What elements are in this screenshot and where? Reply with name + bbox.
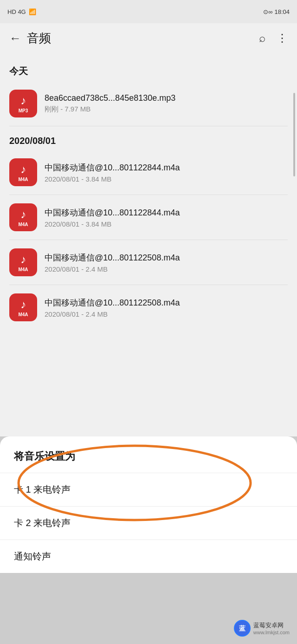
dialog-container: 将音乐设置为 卡 1 来电铃声 卡 2 来电铃声 通知铃声 — [0, 436, 297, 573]
file-format-label: M4A — [18, 222, 28, 227]
file-type-icon-m4a: M4A — [9, 248, 37, 276]
nav-left: ← 音频 — [9, 30, 51, 46]
file-meta: 刚刚 - 7.97 MB — [45, 105, 288, 114]
item-divider — [9, 195, 288, 195]
back-button[interactable]: ← — [9, 31, 21, 46]
section-header-today: 今天 — [9, 58, 288, 83]
file-info: 中国移动通信@10...801122844.m4a 2020/08/01 - 3… — [45, 162, 288, 183]
file-type-icon-m4a: M4A — [9, 293, 37, 321]
music-icon — [20, 94, 26, 107]
section-header-date: 2020/08/01 — [9, 128, 288, 152]
nav-right: ⌕ ⋮ — [259, 32, 288, 45]
status-battery-icon: ⊙∞ — [263, 8, 272, 15]
file-info: 中国移动通信@10...801122844.m4a 2020/08/01 - 3… — [45, 207, 288, 228]
menu-button[interactable]: ⋮ — [277, 32, 288, 45]
file-name: 中国移动通信@10...801122844.m4a — [45, 207, 249, 218]
file-format-label: M4A — [18, 267, 28, 272]
item-divider — [9, 240, 288, 240]
file-meta: 2020/08/01 - 3.84 MB — [45, 175, 288, 183]
music-icon — [20, 298, 26, 311]
scrollbar[interactable] — [293, 93, 295, 176]
music-icon — [20, 253, 26, 266]
file-format-label: M4A — [18, 177, 28, 182]
file-type-icon-m4a: M4A — [9, 158, 37, 186]
file-name: 中国移动通信@10...801122508.m4a — [45, 297, 249, 308]
status-right: ⊙∞ 18:04 — [263, 8, 290, 15]
list-item[interactable]: M4A 中国移动通信@10...801122844.m4a 2020/08/01… — [9, 152, 288, 193]
file-name: 8ea6ccaed738c5...845e8130e.mp3 — [45, 93, 249, 103]
file-type-icon-m4a: M4A — [9, 203, 37, 231]
page-title: 音频 — [27, 30, 51, 46]
file-meta: 2020/08/01 - 2.4 MB — [45, 265, 288, 273]
file-format-label: M4A — [18, 312, 28, 317]
file-info: 中国移动通信@10...801122508.m4a 2020/08/01 - 2… — [45, 297, 288, 318]
file-info: 8ea6ccaed738c5...845e8130e.mp3 刚刚 - 7.97… — [45, 93, 288, 114]
list-item[interactable]: M4A 中国移动通信@10...801122508.m4a 2020/08/01… — [9, 242, 288, 283]
status-bar: HD 4G 📶 ⊙∞ 18:04 — [0, 0, 297, 23]
nav-bar: ← 音频 ⌕ ⋮ — [0, 23, 297, 53]
status-wifi: 📶 — [29, 8, 36, 15]
file-type-icon-mp3: MP3 — [9, 90, 37, 117]
content-area: 今天 MP3 8ea6ccaed738c5...845e8130e.mp3 刚刚… — [0, 53, 297, 332]
file-format-label: MP3 — [19, 108, 28, 113]
watermark-icon: 蓝 — [234, 620, 251, 637]
file-info: 中国移动通信@10...801122508.m4a 2020/08/01 - 2… — [45, 252, 288, 273]
svg-text:蓝: 蓝 — [239, 624, 245, 632]
file-name: 中国移动通信@10...801122508.m4a — [45, 252, 249, 263]
status-left: HD 4G 📶 — [7, 8, 36, 15]
list-item[interactable]: MP3 8ea6ccaed738c5...845e8130e.mp3 刚刚 - … — [9, 83, 288, 124]
file-meta: 2020/08/01 - 2.4 MB — [45, 310, 288, 318]
music-icon — [20, 208, 26, 221]
section-divider — [9, 126, 288, 126]
status-time: 18:04 — [274, 8, 290, 15]
file-name: 中国移动通信@10...801122844.m4a — [45, 162, 249, 173]
watermark-text: 蓝莓安卓网 www.lmkjst.com — [253, 621, 290, 635]
dialog-title: 将音乐设置为 — [0, 436, 297, 473]
status-signal: HD 4G — [7, 8, 26, 15]
list-item[interactable]: M4A 中国移动通信@10...801122844.m4a 2020/08/01… — [9, 197, 288, 238]
item-divider — [9, 285, 288, 285]
list-item[interactable]: M4A 中国移动通信@10...801122508.m4a 2020/08/01… — [9, 287, 288, 328]
dialog-item-card1[interactable]: 卡 1 来电铃声 — [0, 473, 297, 506]
watermark: 蓝 蓝莓安卓网 www.lmkjst.com — [234, 620, 290, 637]
file-meta: 2020/08/01 - 3.84 MB — [45, 220, 288, 228]
dialog-item-card2[interactable]: 卡 2 来电铃声 — [0, 507, 297, 540]
dialog-overlay: 将音乐设置为 卡 1 来电铃声 卡 2 来电铃声 通知铃声 — [0, 436, 297, 644]
dialog-item-notification[interactable]: 通知铃声 — [0, 540, 297, 573]
music-icon — [20, 163, 26, 176]
search-button[interactable]: ⌕ — [259, 32, 265, 45]
